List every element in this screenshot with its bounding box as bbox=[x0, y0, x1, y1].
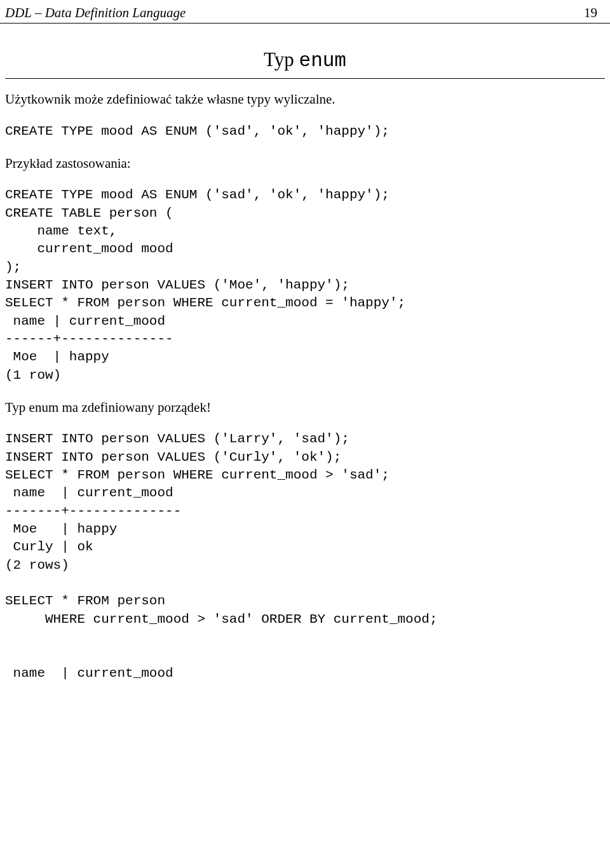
page: DDL – Data Definition Language 19 Typ en… bbox=[0, 0, 610, 868]
title-rule bbox=[5, 78, 605, 79]
code-block-create-type: CREATE TYPE mood AS ENUM ('sad', 'ok', '… bbox=[5, 123, 605, 140]
header-chapter: DDL – Data Definition Language bbox=[5, 4, 186, 22]
code-block-example-2: INSERT INTO person VALUES ('Larry', 'sad… bbox=[5, 430, 605, 682]
code-block-example-1: CREATE TYPE mood AS ENUM ('sad', 'ok', '… bbox=[5, 186, 605, 384]
intro-paragraph: Użytkownik może zdefiniować także własne… bbox=[5, 90, 605, 108]
example-label: Przykład zastosowania: bbox=[5, 154, 605, 172]
header-page-number: 19 bbox=[584, 4, 597, 22]
page-title: Typ enum bbox=[0, 46, 610, 74]
page-header: DDL – Data Definition Language 19 bbox=[0, 0, 610, 24]
title-word-enum: enum bbox=[299, 50, 346, 72]
order-paragraph: Typ enum ma zdefiniowany porządek! bbox=[5, 398, 605, 416]
title-word-typ: Typ bbox=[264, 48, 294, 71]
